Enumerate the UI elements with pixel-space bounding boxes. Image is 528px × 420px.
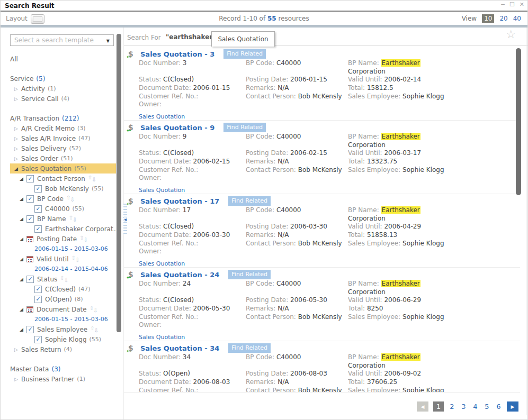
page-button-1[interactable]: 1 — [433, 401, 444, 412]
sidebar-item-activity[interactable]: Activity (1) — [1, 84, 116, 94]
sidebar-item-sales-a-r-invoice[interactable]: Sales A/R Invoice (47) — [1, 133, 116, 143]
sidebar-item-bp-name[interactable]: BP Name — [1, 214, 116, 224]
find-related-button[interactable]: Find Related — [228, 196, 271, 206]
checkbox-checked[interactable] — [34, 286, 42, 293]
result-title-link[interactable]: Sales Quotation - 17 — [140, 197, 219, 205]
tree-arrow-icon[interactable] — [14, 377, 21, 382]
result-title-link[interactable]: Sales Quotation - 9 — [140, 124, 214, 132]
sort-desc-icon[interactable] — [64, 277, 68, 283]
tree-arrow-icon[interactable] — [14, 96, 21, 102]
view-option-10[interactable]: 10 — [482, 14, 494, 23]
sort-icons[interactable] — [90, 305, 98, 313]
find-related-button[interactable]: Find Related — [228, 343, 271, 353]
tree-arrow-icon[interactable] — [20, 236, 26, 242]
sidebar-item-master-data[interactable]: Master Data (3) — [1, 364, 116, 374]
sidebar-item-document-date[interactable]: Document Date — [1, 304, 116, 314]
checkbox-checked[interactable] — [34, 336, 42, 343]
sort-desc-icon[interactable] — [93, 307, 97, 313]
page-button-6[interactable]: 6 — [495, 403, 502, 410]
sort-icons[interactable] — [69, 215, 77, 223]
results-scrollbar[interactable] — [516, 48, 521, 195]
sidebar-item-a-r-credit-memo[interactable]: A/R Credit Memo (3) — [1, 123, 116, 133]
checkbox-checked[interactable] — [34, 205, 42, 213]
page-button-4[interactable]: 4 — [472, 403, 479, 410]
sidebar-item-c-closed[interactable]: C(Closed) (47) — [1, 284, 116, 294]
close-icon[interactable] — [520, 1, 524, 8]
checkbox-checked[interactable] — [26, 195, 34, 203]
sales-quotation-link[interactable]: Sales Quotation — [139, 334, 185, 341]
tree-arrow-icon[interactable] — [20, 277, 26, 282]
sidebar-item-business-partner[interactable]: Business Partner (1) — [1, 374, 116, 384]
tree-arrow-icon[interactable] — [20, 216, 26, 222]
sort-desc-icon[interactable] — [75, 257, 79, 263]
sidebar-item-sales-order[interactable]: Sales Order (51) — [1, 153, 116, 163]
tree-arrow-icon[interactable] — [14, 126, 21, 131]
sidebar-item-bob-mckensly[interactable]: Bob McKensly (55) — [1, 184, 116, 194]
tree-arrow-icon[interactable] — [14, 347, 21, 352]
sort-desc-icon[interactable] — [70, 197, 74, 203]
sidebar-item-contact-person[interactable]: Contact Person — [1, 174, 116, 184]
sort-icons[interactable] — [88, 175, 96, 182]
find-related-button[interactable]: Find Related — [228, 270, 271, 279]
result-title-link[interactable]: Sales Quotation - 3 — [140, 50, 214, 58]
checkbox-checked[interactable] — [26, 326, 34, 333]
sidebar-item-service-call[interactable]: Service Call (4) — [1, 94, 116, 104]
sidebar-scrollbar[interactable] — [117, 34, 121, 332]
sales-quotation-link[interactable]: Sales Quotation — [139, 260, 185, 267]
page-button-2[interactable]: 2 — [449, 403, 455, 410]
view-option-20[interactable]: 20 — [499, 15, 507, 22]
sort-desc-icon[interactable] — [94, 327, 99, 333]
sidebar-item-valid-until[interactable]: Valid Until — [1, 254, 116, 264]
sales-quotation-link[interactable]: Sales Quotation — [139, 187, 185, 194]
view-option-40[interactable]: 40 — [513, 15, 521, 22]
result-title-link[interactable]: Sales Quotation - 24 — [140, 271, 219, 279]
tree-arrow-icon[interactable] — [20, 307, 26, 312]
next-page-button[interactable] — [507, 401, 518, 412]
find-related-button[interactable]: Find Related — [223, 123, 266, 132]
result-title-link[interactable]: Sales Quotation - 34 — [140, 344, 219, 352]
checkbox-checked[interactable] — [26, 276, 34, 283]
sidebar-item-earthshaker-corporat[interactable]: Earthshaker Corporat... (55) — [1, 224, 116, 234]
checkbox-checked[interactable] — [34, 296, 42, 303]
tree-arrow-icon[interactable] — [14, 136, 21, 141]
page-button-5[interactable]: 5 — [484, 403, 490, 410]
previous-page-button[interactable] — [417, 401, 428, 412]
sidebar-item-sophie-klogg[interactable]: Sophie Klogg (55) — [1, 334, 116, 344]
sort-desc-icon[interactable] — [92, 177, 96, 182]
sort-desc-icon[interactable] — [73, 217, 77, 223]
tree-arrow-icon[interactable] — [20, 327, 26, 332]
sidebar-item-c40000[interactable]: C40000 (55) — [1, 204, 116, 214]
sidebar-item-bp-code[interactable]: BP Code — [1, 194, 116, 204]
sales-quotation-link[interactable]: Sales Quotation — [139, 113, 185, 120]
sidebar-item-a-r-transaction[interactable]: A/R Transaction (212) — [1, 113, 116, 123]
sidebar-item-status[interactable]: Status — [1, 274, 116, 284]
sidebar-item-all[interactable]: All — [1, 54, 116, 64]
checkbox-checked[interactable] — [34, 185, 42, 193]
sidebar-item-sales-quotation[interactable]: Sales Quotation (55) — [10, 163, 116, 174]
checkbox-checked[interactable] — [26, 175, 34, 182]
panel-collapse-handle[interactable] — [123, 204, 127, 234]
sidebar-item-service[interactable]: Service (5) — [1, 74, 116, 84]
sort-icons[interactable] — [71, 255, 80, 263]
checkbox-checked[interactable] — [34, 225, 42, 233]
minimize-icon[interactable] — [501, 1, 505, 8]
tab-sales-quotation[interactable]: Sales Quotation — [211, 31, 275, 47]
tree-arrow-icon[interactable] — [20, 196, 26, 202]
sidebar-item-2006-01-15-2015-03-06[interactable]: 2006-01-15 - 2015-03-06 — [1, 244, 116, 254]
sort-icons[interactable] — [66, 195, 75, 203]
chevron-down-icon[interactable] — [106, 36, 110, 44]
find-related-button[interactable]: Find Related — [223, 49, 266, 59]
sort-icons[interactable] — [60, 275, 68, 283]
sidebar-item-sales-employee[interactable]: Sales Employee — [1, 324, 116, 334]
sort-desc-icon[interactable] — [84, 237, 88, 243]
tree-arrow-icon[interactable] — [14, 86, 21, 92]
sort-icons[interactable] — [79, 235, 88, 243]
tree-arrow-icon[interactable] — [14, 156, 21, 161]
tree-arrow-icon[interactable] — [14, 146, 21, 151]
sidebar-item-sales-return[interactable]: Sales Return (4) — [1, 344, 116, 354]
checkbox-checked[interactable] — [26, 215, 34, 223]
page-button-3[interactable]: 3 — [460, 403, 467, 410]
sidebar-item-posting-date[interactable]: Posting Date — [1, 234, 116, 244]
tree-arrow-icon[interactable] — [20, 176, 26, 181]
sort-icons[interactable] — [90, 325, 99, 333]
